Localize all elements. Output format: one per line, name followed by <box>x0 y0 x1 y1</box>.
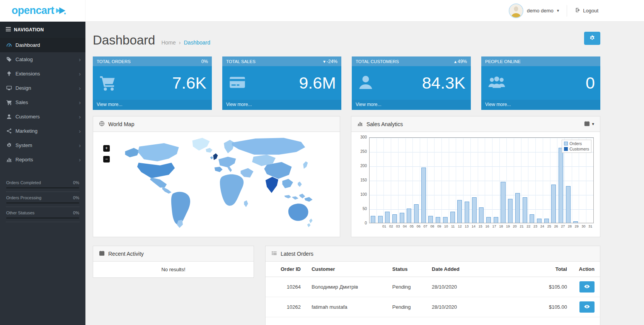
breadcrumb-current[interactable]: Dashboard <box>184 39 210 46</box>
gear-icon <box>589 35 595 42</box>
x-tick-label: 15 <box>477 224 484 228</box>
puzzle-icon <box>6 71 12 77</box>
sidebar-item-label: Marketing <box>15 128 37 134</box>
chart-day-slot <box>413 138 420 223</box>
recent-activity-empty: No results! <box>93 262 254 277</box>
divider <box>567 5 567 17</box>
world-map-panel: World Map + − <box>93 116 340 237</box>
share-icon <box>6 128 12 134</box>
caret-up-icon: ▴ <box>454 59 457 64</box>
y-tick-label: 50 <box>358 207 367 211</box>
bar-orders <box>537 219 542 223</box>
sidebar-item-label: Customers <box>15 114 40 120</box>
breadcrumb: Home › Dashboard <box>161 39 210 46</box>
bar-chart-icon <box>357 121 363 128</box>
chart-day-slot <box>543 138 550 223</box>
x-tick-label: 26 <box>553 224 560 228</box>
breadcrumb-home[interactable]: Home <box>161 39 175 46</box>
sidebar-item-system[interactable]: System › <box>0 138 85 152</box>
dashboard-icon <box>6 42 12 48</box>
bar-orders <box>428 216 433 223</box>
x-tick-label: 01 <box>381 224 388 228</box>
sales-analytics-panel: Sales Analytics ▾ 050100150200250300 Ord… <box>351 116 600 237</box>
panel-title: Latest Orders <box>281 251 313 257</box>
status-cell: Pending <box>387 277 426 297</box>
logo[interactable]: opencart <box>0 0 85 21</box>
chevron-down-icon: ▾ <box>557 8 559 13</box>
view-order-button[interactable] <box>579 301 595 313</box>
hamburger-icon[interactable] <box>6 27 11 32</box>
tile-value: 0 <box>507 75 595 91</box>
stat-orders-completed: Orders Completed 0% <box>6 177 80 192</box>
calendar-icon <box>584 121 590 128</box>
tile-title: TOTAL CUSTOMERS <box>356 59 399 64</box>
sidebar-item-customers[interactable]: Customers › <box>0 109 85 124</box>
view-more-link[interactable]: View more... <box>222 100 341 110</box>
latest-orders-table: Order ID Customer Status Date Added Tota… <box>266 262 600 317</box>
chart-day-slot <box>492 138 500 223</box>
chevron-right-icon: › <box>79 85 81 91</box>
settings-button[interactable] <box>584 32 600 45</box>
sidebar-item-extensions[interactable]: Extensions › <box>0 67 85 81</box>
chart-plot-area: OrdersCustomers <box>369 137 594 223</box>
sidebar-item-sales[interactable]: Sales › <box>0 95 85 109</box>
sidebar-item-dashboard[interactable]: Dashboard <box>0 38 85 52</box>
chart-day-slot <box>528 138 536 223</box>
date-added-cell: 28/10/2020 <box>426 277 500 297</box>
chart-legend: OrdersCustomers <box>562 140 591 153</box>
shopping-cart-icon <box>6 99 12 105</box>
sidebar: NAVIGATION Dashboard Catalog › Extension… <box>0 22 85 325</box>
zoom-in-button[interactable]: + <box>103 145 110 152</box>
progress-track <box>6 217 79 219</box>
sidebar-item-catalog[interactable]: Catalog › <box>0 52 85 67</box>
date-range-button[interactable]: ▾ <box>584 121 594 128</box>
zoom-out-button[interactable]: − <box>103 156 110 162</box>
bar-orders <box>392 214 397 223</box>
tile-total-customers: TOTAL CUSTOMERS ▴49% 84.3K View more... <box>352 56 471 110</box>
date-added-cell: 28/10/2020 <box>426 297 500 317</box>
logo-text: opencart <box>12 5 54 17</box>
sidebar-item-marketing[interactable]: Marketing › <box>0 124 85 138</box>
chart-day-slot <box>420 138 428 223</box>
sign-out-icon <box>575 7 580 14</box>
user-menu[interactable]: demo demo ▾ <box>509 3 559 18</box>
chart-day-slot <box>434 138 442 223</box>
bar-orders <box>385 212 390 223</box>
bar-orders <box>400 213 404 223</box>
stat-label: Orders Processing <box>6 195 41 200</box>
view-more-link[interactable]: View more... <box>481 100 600 110</box>
chart-day-slot <box>514 138 521 223</box>
bar-orders <box>479 207 484 223</box>
table-row: 10264 Володимир Дмитрів Pending 28/10/20… <box>266 277 600 297</box>
x-tick-label: 07 <box>422 224 429 228</box>
chevron-right-icon: › <box>79 142 81 149</box>
chart-day-slot <box>550 138 558 223</box>
bar-orders <box>508 199 513 223</box>
sales-analytics-chart: 050100150200250300 OrdersCustomers 01020… <box>351 132 600 237</box>
view-order-button[interactable] <box>579 281 595 292</box>
view-more-link[interactable]: View more... <box>352 100 471 110</box>
progress-track <box>6 187 79 188</box>
tile-people-online: PEOPLE ONLINE 0 View more... <box>481 56 600 110</box>
y-tick-label: 0 <box>358 221 367 226</box>
y-tick-label: 250 <box>358 149 367 154</box>
chart-y-axis: 050100150200250300 <box>358 137 367 223</box>
world-map[interactable]: + − <box>93 136 340 241</box>
total-cell: $105.00 <box>500 297 572 317</box>
order-id-cell: 10264 <box>266 277 306 297</box>
tile-title: PEOPLE ONLINE <box>485 59 521 64</box>
logout-button[interactable]: Logout <box>575 7 598 14</box>
bar-orders <box>472 197 477 223</box>
table-row: 10262 fatimah mustafa Pending 28/10/2020… <box>266 297 600 317</box>
user-name: demo demo <box>527 8 554 14</box>
world-map-image <box>118 136 315 233</box>
stat-label: Orders Completed <box>6 180 41 185</box>
legend-item: Orders <box>564 141 589 146</box>
view-more-link[interactable]: View more... <box>93 100 212 110</box>
panel-title: Recent Activity <box>108 251 144 257</box>
sidebar-item-design[interactable]: Design › <box>0 81 85 95</box>
stat-value: 0% <box>73 180 79 185</box>
sidebar-item-reports[interactable]: Reports › <box>0 152 85 167</box>
x-tick-label: 28 <box>566 224 573 228</box>
tile-value: 7.6K <box>117 75 206 91</box>
